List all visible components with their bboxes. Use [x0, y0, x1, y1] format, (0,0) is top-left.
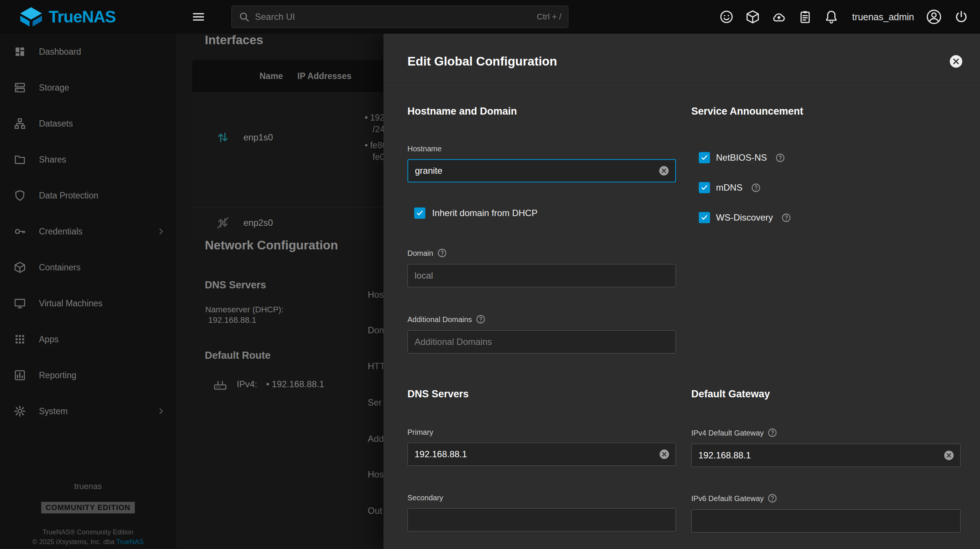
wsdiscovery-checkbox[interactable]	[699, 212, 710, 223]
checkmark-icon	[416, 209, 424, 217]
dns-servers-heading: DNS Servers	[407, 387, 676, 401]
stack-button[interactable]	[745, 10, 760, 24]
ipv4-gateway-input-wrapper	[691, 444, 961, 467]
truenas-logo[interactable]: TrueNAS	[0, 6, 176, 27]
username-label: truenas_admin	[852, 12, 914, 22]
truenas-logo-icon	[19, 6, 43, 27]
ipv4-gateway-field: IPv4 Default Gateway	[691, 428, 961, 467]
domain-label: Domain	[407, 249, 433, 258]
primary-dns-input-wrapper	[407, 442, 676, 466]
help-icon[interactable]	[767, 493, 777, 503]
additional-domains-label-row: Additional Domains	[407, 314, 676, 324]
hostname-domain-heading: Hostname and Domain	[407, 104, 676, 119]
search-shortcut: Ctrl + /	[537, 12, 562, 22]
help-icon[interactable]	[751, 183, 761, 193]
netbios-checkbox[interactable]	[699, 152, 710, 163]
secondary-dns-input[interactable]	[408, 509, 676, 531]
primary-dns-field: Primary	[407, 428, 676, 466]
checkmark-icon	[700, 213, 708, 222]
search-box[interactable]: Ctrl + /	[231, 6, 568, 28]
help-icon[interactable]	[775, 153, 785, 163]
wsdiscovery-row: WS-Discovery	[699, 212, 961, 223]
ipv4-gateway-input[interactable]	[692, 444, 943, 466]
additional-domains-label: Additional Domains	[407, 315, 472, 324]
help-icon[interactable]	[476, 314, 486, 324]
menu-toggle-button[interactable]	[191, 10, 206, 24]
user-menu-button[interactable]	[925, 8, 943, 25]
inherit-domain-row: Inherit domain from DHCP	[414, 207, 676, 219]
ipv6-gateway-label-row: IPv6 Default Gateway	[691, 493, 961, 503]
additional-domains-input[interactable]	[408, 331, 676, 353]
additional-domains-input-wrapper	[407, 330, 676, 353]
ipv6-gateway-input-wrapper	[691, 509, 961, 533]
service-announcement-heading: Service Announcement	[691, 104, 961, 119]
logo-text: TrueNAS	[49, 8, 116, 26]
jobs-button[interactable]	[798, 10, 813, 24]
help-icon[interactable]	[767, 428, 777, 438]
help-icon[interactable]	[781, 213, 791, 223]
service-announcement-options: NetBIOS-NS mDNS	[699, 152, 961, 223]
clear-primary-dns-icon[interactable]	[658, 448, 670, 460]
close-icon	[948, 54, 964, 69]
inherit-domain-checkbox[interactable]	[414, 207, 425, 219]
user-avatar-icon	[925, 8, 943, 25]
stack-icon	[745, 10, 760, 24]
mdns-checkbox[interactable]	[699, 182, 710, 193]
top-bar: TrueNAS Ctrl + /	[0, 0, 980, 34]
topbar-actions: truenas_admin	[719, 8, 980, 25]
cloud-icon	[772, 10, 786, 24]
mdns-label: mDNS	[716, 182, 743, 193]
domain-input-wrapper	[407, 264, 676, 287]
primary-dns-input[interactable]	[408, 443, 658, 465]
feedback-button[interactable]	[719, 10, 734, 24]
close-dialog-button[interactable]	[948, 54, 964, 69]
secondary-dns-label: Secondary	[407, 493, 676, 502]
power-icon	[954, 10, 969, 24]
ipv4-gateway-label: IPv4 Default Gateway	[691, 428, 764, 438]
hostname-field: Hostname	[407, 144, 676, 182]
hamburger-icon	[191, 10, 206, 24]
dialog-header: Edit Global Configuration	[383, 34, 980, 83]
clear-ipv4-gateway-icon[interactable]	[943, 449, 955, 461]
feedback-icon	[719, 10, 734, 24]
search-input[interactable]	[255, 12, 537, 22]
hostname-label: Hostname	[407, 144, 676, 153]
alerts-button[interactable]	[824, 10, 839, 24]
ipv6-gateway-field: IPv6 Default Gateway	[691, 493, 961, 533]
search-icon	[239, 11, 250, 22]
netbios-label: NetBIOS-NS	[716, 153, 767, 163]
help-icon[interactable]	[437, 248, 447, 258]
dialog-title: Edit Global Configuration	[407, 54, 557, 68]
additional-domains-field: Additional Domains	[407, 314, 676, 353]
cloud-button[interactable]	[772, 10, 786, 24]
primary-dns-label: Primary	[407, 428, 676, 437]
checkmark-icon	[700, 154, 708, 162]
domain-label-row: Domain	[407, 248, 676, 258]
wsdiscovery-label: WS-Discovery	[716, 212, 773, 223]
jobs-icon	[798, 10, 813, 24]
hostname-input-wrapper	[407, 159, 676, 182]
hostname-input[interactable]	[408, 160, 658, 181]
default-gateway-heading: Default Gateway	[691, 387, 961, 401]
secondary-dns-input-wrapper	[407, 508, 676, 531]
domain-field: Domain	[407, 248, 676, 287]
ipv6-gateway-input[interactable]	[692, 510, 960, 532]
hostname-domain-fields: Hostname Inherit domain from DHCP	[407, 144, 676, 353]
power-button[interactable]	[954, 10, 969, 24]
inherit-domain-label: Inherit domain from DHCP	[432, 208, 538, 218]
alerts-icon	[824, 10, 839, 24]
checkmark-icon	[700, 183, 708, 192]
domain-input[interactable]	[408, 264, 676, 287]
secondary-dns-field: Secondary	[407, 493, 676, 531]
mdns-row: mDNS	[699, 182, 961, 193]
edit-global-configuration-dialog: Edit Global Configuration Hostname and D…	[383, 34, 980, 549]
clear-hostname-icon[interactable]	[658, 165, 670, 177]
netbios-row: NetBIOS-NS	[699, 152, 961, 163]
ipv6-gateway-label: IPv6 Default Gateway	[691, 494, 764, 503]
ipv4-gateway-label-row: IPv4 Default Gateway	[691, 428, 961, 438]
